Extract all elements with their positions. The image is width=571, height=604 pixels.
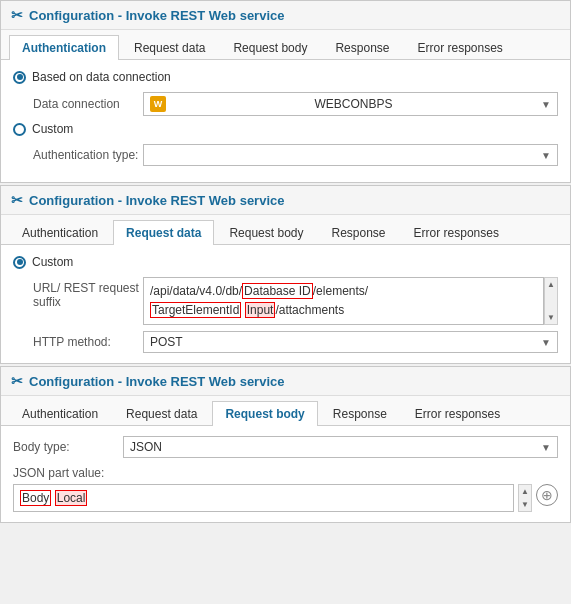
tab-error-responses-2[interactable]: Error responses — [401, 220, 512, 245]
body-type-value: JSON — [130, 440, 162, 454]
url-suffix: /attachments — [275, 303, 344, 317]
tab-error-responses-3[interactable]: Error responses — [402, 401, 513, 426]
radio-custom-label: Custom — [32, 122, 73, 136]
url-middle: /elements/ — [313, 284, 368, 298]
tab-request-data-3[interactable]: Request data — [113, 401, 210, 426]
select-arrow-body: ▼ — [541, 442, 551, 453]
data-connection-select[interactable]: W WEBCONBPS ▼ — [143, 92, 558, 116]
tab-error-responses-1[interactable]: Error responses — [405, 35, 516, 60]
tab-response-2[interactable]: Response — [318, 220, 398, 245]
body-type-label: Body type: — [13, 440, 123, 454]
json-scrollbar[interactable]: ▲ ▼ — [518, 484, 532, 512]
select-arrow-1: ▼ — [541, 99, 551, 110]
radio-based[interactable] — [13, 71, 26, 84]
data-connection-label: Data connection — [33, 97, 143, 111]
scissors-icon-1: ✂ — [11, 7, 23, 23]
json-value-input[interactable]: Body Local — [13, 484, 514, 512]
http-method-select[interactable]: POST ▼ — [143, 331, 558, 353]
add-json-part-button[interactable]: ⊕ — [536, 484, 558, 506]
tab-request-data-2[interactable]: Request data — [113, 220, 214, 245]
url-label: URL/ REST request suffix — [33, 277, 143, 325]
body-type-control: JSON ▼ — [123, 436, 558, 458]
panel-2: ✂ Configuration - Invoke REST Web servic… — [0, 185, 571, 364]
panel-2-title: Configuration - Invoke REST Web service — [29, 193, 284, 208]
data-connection-value: WEBCONBPS — [315, 97, 393, 111]
auth-type-label: Authentication type: — [33, 148, 143, 162]
tab-request-data-1[interactable]: Request data — [121, 35, 218, 60]
radio-custom-2[interactable] — [13, 256, 26, 269]
tag-target-element-id: TargetElementId — [150, 302, 241, 318]
tab-response-3[interactable]: Response — [320, 401, 400, 426]
select-arrow-http: ▼ — [541, 337, 551, 348]
url-row: URL/ REST request suffix /api/data/v4.0/… — [13, 277, 558, 325]
panel-2-tabs: Authentication Request data Request body… — [1, 215, 570, 245]
scroll-up-arrow: ▲ — [547, 280, 555, 289]
url-prefix: /api/data/v4.0/db/ — [150, 284, 242, 298]
panel-2-content: Custom URL/ REST request suffix /api/dat… — [1, 245, 570, 363]
tag-input: Input — [245, 302, 276, 318]
json-value-row: Body Local ▲ ▼ ⊕ — [13, 484, 558, 512]
radio-custom[interactable] — [13, 123, 26, 136]
url-scrollbar[interactable]: ▲ ▼ — [544, 277, 558, 325]
tag-local: Local — [55, 490, 88, 506]
data-connection-control: W WEBCONBPS ▼ — [143, 92, 558, 116]
radio-custom-row: Custom — [13, 122, 558, 136]
panel-2-header: ✂ Configuration - Invoke REST Web servic… — [1, 186, 570, 215]
tab-authentication-2[interactable]: Authentication — [9, 220, 111, 245]
data-connection-row: Data connection W WEBCONBPS ▼ — [13, 92, 558, 116]
select-arrow-auth: ▼ — [541, 150, 551, 161]
url-container[interactable]: /api/data/v4.0/db/Database ID/elements/ … — [143, 277, 544, 325]
tab-response-1[interactable]: Response — [322, 35, 402, 60]
url-input-area: /api/data/v4.0/db/Database ID/elements/ … — [143, 277, 558, 325]
scissors-icon-2: ✂ — [11, 192, 23, 208]
json-body-tag1: Body Local — [20, 491, 87, 505]
radio-custom-2-label: Custom — [32, 255, 73, 269]
http-control: POST ▼ — [143, 331, 558, 353]
panel-3-tabs: Authentication Request data Request body… — [1, 396, 570, 426]
panel-1: ✂ Configuration - Invoke REST Web servic… — [0, 0, 571, 183]
body-type-select[interactable]: JSON ▼ — [123, 436, 558, 458]
panel-3: ✂ Configuration - Invoke REST Web servic… — [0, 366, 571, 523]
radio-based-row: Based on data connection — [13, 70, 558, 84]
panel-3-content: Body type: JSON ▼ JSON part value: Body … — [1, 426, 570, 522]
panel-1-content: Based on data connection Data connection… — [1, 60, 570, 182]
panel-3-header: ✂ Configuration - Invoke REST Web servic… — [1, 367, 570, 396]
http-row: HTTP method: POST ▼ — [13, 331, 558, 353]
json-scroll-down: ▼ — [521, 500, 529, 509]
body-type-row: Body type: JSON ▼ — [13, 436, 558, 458]
auth-type-control: ▼ — [143, 144, 558, 166]
scroll-down-arrow: ▼ — [547, 313, 555, 322]
auth-type-row: Authentication type: ▼ — [13, 144, 558, 166]
tab-request-body-3[interactable]: Request body — [212, 401, 317, 426]
http-method-value: POST — [150, 335, 183, 349]
panel-1-header: ✂ Configuration - Invoke REST Web servic… — [1, 1, 570, 30]
tag-database-id: Database ID — [242, 283, 313, 299]
radio-based-label: Based on data connection — [32, 70, 171, 84]
tab-authentication-3[interactable]: Authentication — [9, 401, 111, 426]
panel-1-tabs: Authentication Request data Request body… — [1, 30, 570, 60]
tab-request-body-1[interactable]: Request body — [220, 35, 320, 60]
webcon-icon: W — [150, 96, 166, 112]
tab-authentication-1[interactable]: Authentication — [9, 35, 119, 60]
auth-type-select[interactable]: ▼ — [143, 144, 558, 166]
tag-body: Body — [20, 490, 51, 506]
panel-1-title: Configuration - Invoke REST Web service — [29, 8, 284, 23]
scissors-icon-3: ✂ — [11, 373, 23, 389]
tab-request-body-2[interactable]: Request body — [216, 220, 316, 245]
url-text: /api/data/v4.0/db/Database ID/elements/ … — [150, 282, 537, 320]
json-part-label: JSON part value: — [13, 466, 558, 480]
http-label: HTTP method: — [33, 335, 143, 349]
panel-3-title: Configuration - Invoke REST Web service — [29, 374, 284, 389]
radio-custom-2-row: Custom — [13, 255, 558, 269]
json-scroll-up: ▲ — [521, 487, 529, 496]
